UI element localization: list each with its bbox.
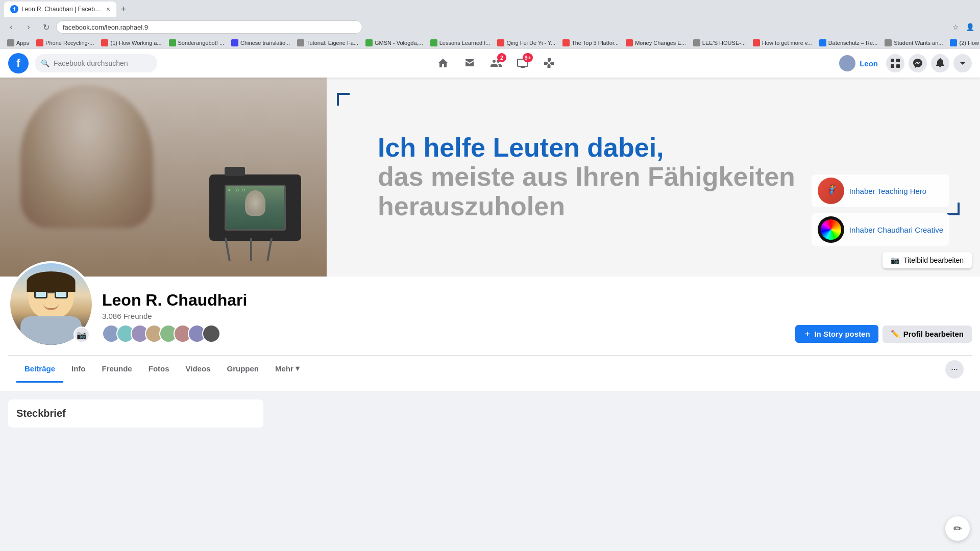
apps-grid-button[interactable] [886, 54, 904, 72]
bookmark-money[interactable]: Money Changes E... [623, 38, 689, 47]
tab-freunde[interactable]: Freunde [94, 356, 140, 383]
back-button[interactable]: ‹ [4, 20, 18, 34]
facebook-navbar: f 🔍 2 9+ [0, 49, 980, 78]
browser-actions: ☆ 👤 [949, 21, 976, 33]
qing-favicon [497, 39, 504, 46]
bookmark-label: (2) How To Add A... [959, 40, 980, 46]
tripod-leg-right [266, 238, 273, 261]
active-tab[interactable]: f Leon R. Chaudhari | Facebook × [4, 2, 116, 17]
bookmark-student[interactable]: Student Wants an... [881, 38, 946, 47]
facebook-logo[interactable]: f [8, 53, 29, 73]
how-to-add-favicon [950, 39, 957, 46]
facebook-app: f 🔍 2 9+ [0, 49, 980, 551]
story-plus-icon: ＋ [803, 329, 811, 339]
tab-info[interactable]: Info [63, 356, 94, 383]
role-teaching-hero[interactable]: 🦸 Inhaber Teaching Hero [812, 174, 949, 207]
nav-user-avatar [839, 55, 855, 71]
tripod-leg-center [250, 238, 252, 261]
bookmark-how-working[interactable]: (1) How Working a... [98, 38, 164, 47]
bookmark-label: The Top 3 Platfor... [572, 40, 619, 46]
blurred-person [20, 85, 153, 228]
notifications-button[interactable] [931, 54, 949, 72]
avatar-mouth [43, 304, 59, 310]
tab-mehr[interactable]: Mehr ▾ [267, 356, 308, 383]
edit-profile-button[interactable]: ✏️ Profil bearbeiten [883, 325, 972, 343]
bookmark-how-to-add[interactable]: (2) How To Add A... [947, 38, 980, 47]
bookmark-star-icon[interactable]: ☆ [949, 21, 962, 33]
search-input[interactable] [54, 59, 151, 67]
bookmark-apps[interactable]: Apps [4, 38, 32, 47]
camera-top [225, 167, 245, 176]
bookmark-label: Tutorial: Eigene Fa... [306, 40, 358, 46]
edit-pencil-icon: ✏️ [891, 330, 900, 339]
nav-gaming-button[interactable] [537, 51, 561, 76]
cover-photo: AL 33 17 [0, 78, 980, 277]
nav-home-button[interactable] [431, 51, 455, 76]
friends-badge: 2 [497, 53, 506, 62]
profile-icon[interactable]: 👤 [964, 21, 976, 33]
top3-favicon [562, 39, 570, 46]
profile-content: Steckbrief [0, 391, 980, 436]
friend-avatar-8[interactable] [202, 324, 220, 343]
tab-fotos[interactable]: Fotos [140, 356, 178, 383]
role-label-creative: Inhaber Chaudhari Creative [849, 226, 943, 234]
tab-beitraege[interactable]: Beiträge [16, 356, 63, 383]
bracket-top-left [337, 93, 350, 106]
nav-user-profile[interactable]: Leon [835, 53, 882, 73]
content-columns: Steckbrief [8, 399, 972, 428]
options-dots-icon: ··· [951, 365, 958, 374]
story-post-button[interactable]: ＋ In Story posten [795, 325, 878, 343]
messenger-button[interactable] [909, 54, 927, 72]
headline-blue: Ich helfe Leuten dabei, [378, 133, 929, 162]
bookmark-label: Phone Recycling-... [45, 40, 94, 46]
refresh-button[interactable]: ↻ [39, 20, 53, 34]
profile-avatar-camera-button[interactable]: 📷 [74, 327, 90, 343]
bookmark-label: Student Wants an... [894, 40, 943, 46]
camera-screen: AL 33 17 [225, 185, 286, 231]
nav-watch-button[interactable]: 9+ [510, 51, 535, 76]
url-bar[interactable]: facebook.com/leon.raphael.9 [56, 20, 362, 34]
nav-user-name: Leon [860, 59, 878, 68]
bookmark-sonderangebot[interactable]: Sonderangebot! ... [166, 38, 228, 47]
camera-body: AL 33 17 [209, 174, 301, 241]
phone-recycling-favicon [36, 39, 43, 46]
forward-button[interactable]: › [21, 20, 36, 34]
nav-marketplace-button[interactable] [457, 51, 482, 76]
tab-bar: f Leon R. Chaudhari | Facebook × + [0, 0, 980, 18]
bookmark-lessons[interactable]: Lessons Learned f... [427, 38, 494, 47]
role-label-teaching: Inhaber Teaching Hero [849, 187, 927, 195]
story-btn-label: In Story posten [814, 330, 870, 338]
content-left-column: Steckbrief [8, 399, 263, 428]
tab-close-button[interactable]: × [106, 5, 110, 13]
screen-person [245, 190, 265, 216]
tab-videos[interactable]: Videos [178, 356, 219, 383]
bookmark-tutorial[interactable]: Tutorial: Eigene Fa... [294, 38, 361, 47]
new-tab-button[interactable]: + [116, 2, 131, 16]
svg-rect-0 [891, 59, 894, 62]
chinese-favicon [231, 39, 238, 46]
nav-dropdown-button[interactable] [953, 54, 972, 72]
role-chaudhari-creative[interactable]: Inhaber Chaudhari Creative [812, 213, 949, 246]
bookmark-lee[interactable]: LEE'S HOUSE-... [690, 38, 749, 47]
student-favicon [885, 39, 892, 46]
search-container: 🔍 [35, 54, 157, 72]
profile-tabs: Beiträge Info Freunde Fotos Videos Grupp… [8, 355, 972, 383]
camera-icon: 📷 [77, 330, 87, 340]
bookmark-phone-recycling[interactable]: Phone Recycling-... [33, 38, 97, 47]
nav-friends-button[interactable]: 2 [484, 51, 508, 76]
bookmark-datenschutz[interactable]: Datenschutz – Re... [816, 38, 881, 47]
mehr-label: Mehr [275, 364, 293, 373]
bookmark-gmsn[interactable]: GMSN - Vologda,... [362, 38, 426, 47]
tab-gruppen[interactable]: Gruppen [218, 356, 267, 383]
fab-compose-button[interactable]: ✏ [945, 516, 970, 541]
bookmark-chinese[interactable]: Chinese translatio... [228, 38, 293, 47]
bookmark-top3[interactable]: The Top 3 Platfor... [559, 38, 622, 47]
profile-actions: ＋ In Story posten ✏️ Profil bearbeiten [795, 325, 972, 347]
bookmark-how-more-views[interactable]: How to get more v... [750, 38, 815, 47]
profile-friends-count[interactable]: 3.086 Freunde [102, 312, 795, 320]
how-more-views-favicon [753, 39, 760, 46]
bookmark-qing[interactable]: Qing Fei De Yi - Y... [494, 38, 558, 47]
bookmark-label: LEE'S HOUSE-... [702, 40, 746, 46]
avatar-shirt [20, 316, 82, 347]
tab-options-button[interactable]: ··· [945, 360, 964, 379]
